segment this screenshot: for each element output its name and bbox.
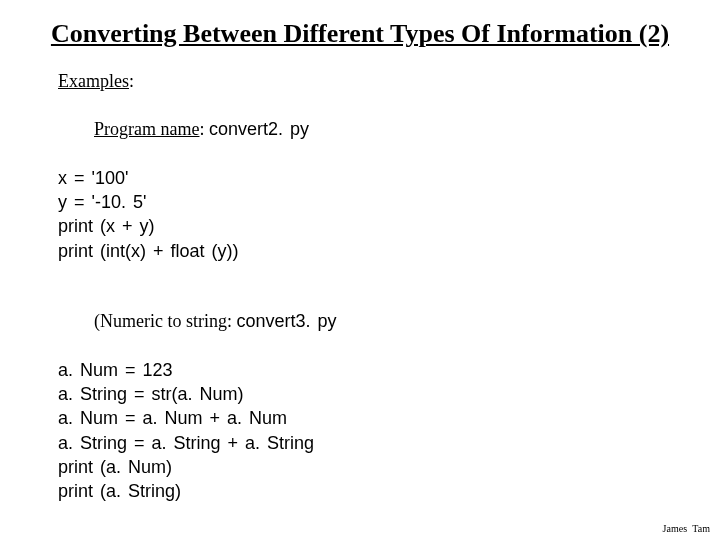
- program-name-value-1: convert2. py: [209, 119, 309, 139]
- code-line: y = '-10. 5': [58, 190, 690, 214]
- program-name-label: Program name: [94, 119, 199, 139]
- code-line: a. Num = a. Num + a. Num: [58, 406, 690, 430]
- code-line: print (a. String): [58, 479, 690, 503]
- code-line: a. String = a. String + a. String: [58, 431, 690, 455]
- code-line: print (a. Num): [58, 455, 690, 479]
- example-block-2: (Numeric to string: convert3. py a. Num …: [58, 285, 690, 504]
- example-block-1: Examples: Program name: convert2. py x =…: [58, 69, 690, 263]
- code-line: print (x + y): [58, 214, 690, 238]
- intro-prefix: (Numeric to string: [94, 311, 227, 331]
- examples-heading: Examples:: [58, 69, 690, 93]
- code-line: x = '100': [58, 166, 690, 190]
- code-line: print (int(x) + float (y)): [58, 239, 690, 263]
- intro-sep: :: [227, 311, 237, 331]
- program-name-value-2: convert3. py: [237, 311, 337, 331]
- slide-content: Examples: Program name: convert2. py x =…: [30, 69, 690, 504]
- program-name-line-1: Program name: convert2. py: [58, 93, 690, 166]
- examples-colon: :: [129, 71, 134, 91]
- footer-author: James Tam: [663, 523, 710, 534]
- code-line: a. String = str(a. Num): [58, 382, 690, 406]
- examples-label: Examples: [58, 71, 129, 91]
- slide-container: Converting Between Different Types Of In…: [0, 0, 720, 504]
- program-name-sep: :: [199, 119, 209, 139]
- slide-title: Converting Between Different Types Of In…: [30, 18, 690, 51]
- code-line: a. Num = 123: [58, 358, 690, 382]
- program-name-line-2: (Numeric to string: convert3. py: [58, 285, 690, 358]
